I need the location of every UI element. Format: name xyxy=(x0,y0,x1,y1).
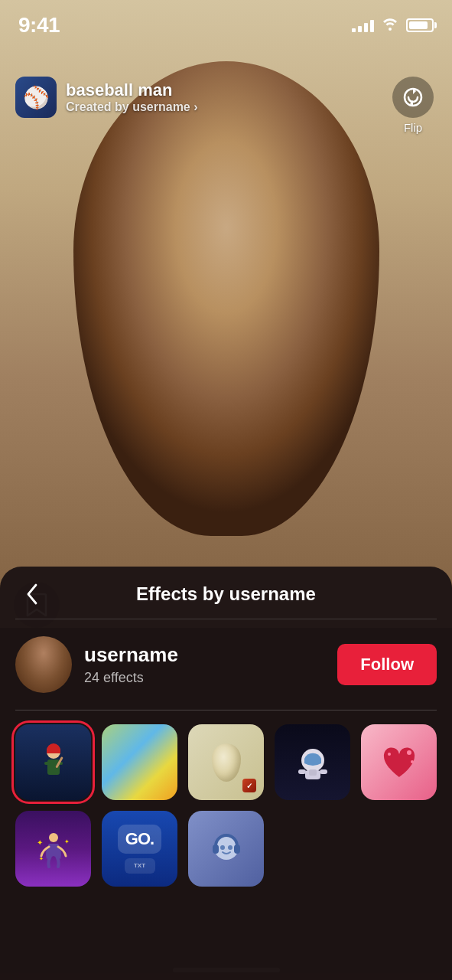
effect-item-orb[interactable] xyxy=(188,811,264,887)
svg-point-12 xyxy=(388,753,391,756)
back-button[interactable] xyxy=(15,577,49,611)
flip-button[interactable]: Flip xyxy=(392,77,434,134)
battery-icon xyxy=(406,18,434,32)
flip-icon-circle xyxy=(392,77,434,118)
effect-name-top: baseball man xyxy=(66,80,198,100)
flip-label: Flip xyxy=(404,121,422,134)
svg-point-21 xyxy=(220,845,225,850)
wifi-icon xyxy=(382,17,398,34)
creator-info-top: baseball man Created by username › xyxy=(66,80,198,114)
svg-point-13 xyxy=(411,760,414,763)
effect-item-baseball[interactable] xyxy=(15,724,91,800)
svg-rect-3 xyxy=(44,762,50,765)
effects-grid: ✓ xyxy=(15,724,437,902)
svg-point-11 xyxy=(407,750,411,755)
creator-effects-count: 24 effects xyxy=(84,670,325,686)
effects-divider xyxy=(15,710,437,710)
status-bar: 9:41 xyxy=(0,0,452,41)
svg-rect-9 xyxy=(320,769,327,774)
follow-button[interactable]: Follow xyxy=(337,644,437,685)
svg-rect-19 xyxy=(213,844,219,854)
effect-thumbnail-small: ⚾ xyxy=(15,77,57,118)
svg-point-14 xyxy=(49,833,58,842)
flip-camera-icon xyxy=(402,87,424,108)
svg-text:✦: ✦ xyxy=(37,838,43,847)
effect-creator-top[interactable]: ⚾ baseball man Created by username › xyxy=(15,77,198,118)
signal-icon xyxy=(352,18,374,32)
effect-item-gradient[interactable] xyxy=(102,724,177,800)
svg-text:✦: ✦ xyxy=(64,838,70,845)
effects-panel: Effects by username username 24 effects … xyxy=(0,567,452,980)
effect-item-astronaut[interactable] xyxy=(275,724,350,800)
effect-item-heart[interactable] xyxy=(361,724,437,800)
creator-text: username 24 effects xyxy=(84,643,325,686)
effect-created-by: Created by username › xyxy=(66,100,198,114)
svg-text:✦: ✦ xyxy=(39,856,44,861)
status-icons xyxy=(352,17,434,34)
svg-rect-8 xyxy=(298,769,306,774)
effect-item-gotext[interactable]: GO. TXT xyxy=(102,811,177,887)
svg-point-22 xyxy=(228,845,233,850)
creator-avatar[interactable] xyxy=(15,636,72,693)
creator-username: username xyxy=(84,643,325,667)
effect-item-dance[interactable]: ✦ ✦ ✦ xyxy=(15,811,91,887)
status-time: 9:41 xyxy=(18,13,60,38)
svg-rect-10 xyxy=(309,769,317,776)
effect-item-ball[interactable]: ✓ xyxy=(188,724,264,800)
creator-row: username 24 effects Follow xyxy=(15,619,437,710)
panel-title: Effects by username xyxy=(136,583,316,605)
svg-rect-20 xyxy=(234,844,240,854)
panel-header: Effects by username xyxy=(15,567,437,619)
